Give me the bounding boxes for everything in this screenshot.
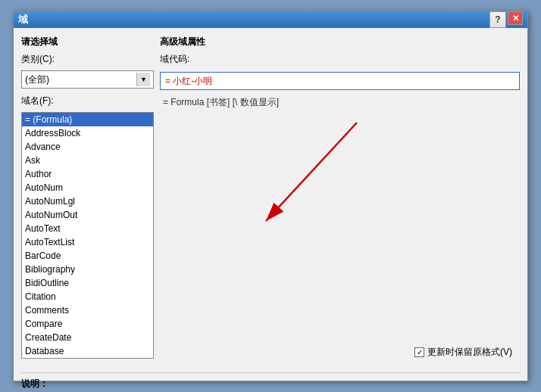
svg-line-1 [266,123,357,221]
list-item[interactable]: Comments [22,303,153,317]
list-item[interactable]: BarCode [22,249,153,263]
list-item[interactable]: Bibliography [22,263,153,276]
left-panel: 请选择域 类别(C): (全部) ▼ 域名(F): = (Formula)Add… [21,36,154,359]
list-item[interactable]: Database [22,344,153,358]
help-button[interactable]: ? [489,11,506,28]
list-item[interactable]: AutoNumOut [22,208,153,222]
preserve-format-checkbox[interactable]: ✓ [414,347,424,357]
category-value: (全部) [25,73,49,86]
fields-list[interactable]: = (Formula)AddressBlockAdvanceAskAuthorA… [22,113,153,358]
list-item[interactable]: AutoNumLgl [22,194,153,208]
fields-list-container: = (Formula)AddressBlockAdvanceAskAuthorA… [21,112,154,359]
right-panel: 高级域属性 域代码: = Formula [书签] [\ 数值显示] [160,36,520,359]
list-item[interactable]: CreateDate [22,331,153,344]
field-code-input[interactable] [160,72,520,90]
list-item[interactable]: AutoTextList [22,235,153,249]
close-button[interactable]: ✕ [508,11,523,25]
list-item[interactable]: Author [22,167,153,181]
list-item[interactable]: AutoNum [22,181,153,194]
preserve-format-row: ✓ 更新时保留原格式(V) [160,346,520,359]
list-item[interactable]: AddressBlock [22,126,153,140]
title-bar-buttons: ? ✕ [489,11,523,28]
dialog-title: 域 [18,13,28,26]
fields-label: 域名(F): [21,95,154,107]
list-item[interactable]: AutoText [22,222,153,235]
category-label: 类别(C): [21,53,154,66]
list-item[interactable]: Citation [22,290,153,303]
field-code-label: 域代码: [160,53,520,66]
field-code-preview: = Formula [书签] [\ 数值显示] [160,95,520,110]
annotation-arrow [205,115,402,251]
dialog: 域 ? ✕ 请选择域 类别(C): (全部) ▼ 域名(F): = (Formu… [13,11,528,381]
list-item[interactable]: Ask [22,154,153,167]
category-arrow: ▼ [136,73,150,86]
desc-label: 说明： [21,378,520,390]
title-bar: 域 ? ✕ [14,11,527,28]
right-panel-title: 高级域属性 [160,36,520,48]
category-select[interactable]: (全部) ▼ [21,70,154,89]
arrow-area [160,115,520,341]
list-item[interactable]: Advance [22,140,153,154]
desc-section: 说明： 计算表达式结果 [21,372,520,392]
preserve-format-label: 更新时保留原格式(V) [427,346,512,359]
left-panel-title: 请选择域 [21,36,154,48]
bottom-panel: 说明： 计算表达式结果 隐藏代码(I) 选项(O)... 确定 取消 家族天地 [14,366,527,392]
list-item[interactable]: Compare [22,317,153,331]
dialog-body: 请选择域 类别(C): (全部) ▼ 域名(F): = (Formula)Add… [14,28,527,366]
list-item[interactable]: = (Formula) [22,113,153,126]
list-item[interactable]: BidiOutline [22,276,153,290]
